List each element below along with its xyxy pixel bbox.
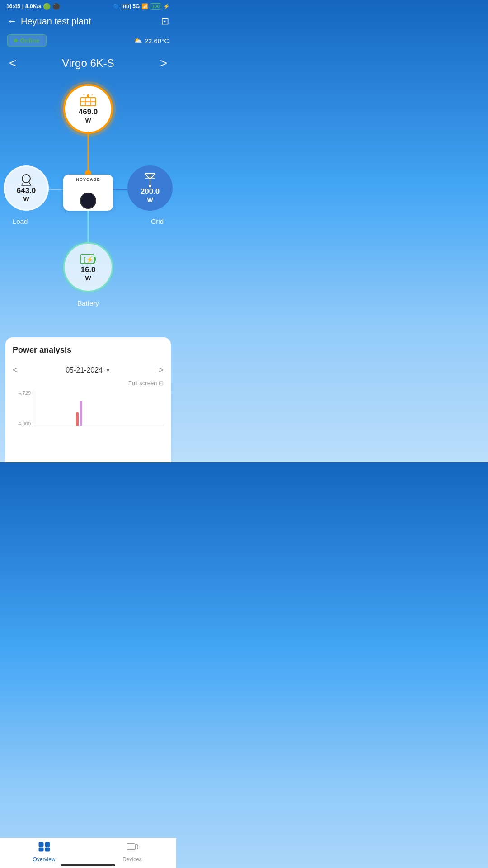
network-type: 5G [132, 3, 140, 9]
pv-unit: W [85, 117, 91, 124]
weather: ⛅ 22.60°C [134, 37, 169, 45]
y-label-mid: 4,000 [13, 421, 31, 426]
online-badge: Online [7, 34, 47, 47]
svg-line-7 [92, 94, 93, 95]
inverter-box[interactable]: NOVOAGE [63, 175, 113, 211]
chart-bars [33, 390, 164, 426]
network-speed: 8.0K/s [25, 3, 41, 9]
battery-unit: W [85, 274, 91, 282]
grid-node[interactable]: 200.0 W [127, 165, 173, 211]
battery-indicator: 100 [150, 3, 161, 10]
energy-diagram: PV 469.0 W 643.0 W Load [0, 80, 176, 333]
load-node[interactable]: 643.0 W [4, 165, 49, 211]
svg-point-8 [22, 175, 30, 183]
info-row: Online ⛅ 22.60°C [0, 33, 176, 54]
y-label-top: 4,729 [13, 390, 31, 396]
page-title: Heyuan test plant [21, 16, 91, 27]
chart-area: 4,729 4,000 [13, 390, 164, 426]
chart-bar-2 [80, 401, 82, 426]
chart-bar-1 [76, 412, 79, 426]
signal-icon: 📶 [141, 3, 148, 9]
load-icon [19, 174, 33, 186]
time: 16:45 [6, 3, 20, 9]
charging-icon: ⚡ [163, 3, 170, 9]
status-bar: 16:45 | 8.0K/s 🟢 ⚫ 🔵 HD 5G 📶 100 ⚡ [0, 0, 176, 12]
battery-charging-icon: [⚡] [80, 253, 96, 265]
speed: | [22, 3, 23, 9]
app-icon-2: ⚫ [52, 3, 60, 10]
grid-label: Grid [151, 217, 164, 225]
power-analysis-card: Power analysis < 05-21-2024 ▼ > Full scr… [5, 337, 171, 462]
online-label: Online [20, 37, 40, 44]
battery-node[interactable]: [⚡] 16.0 W [63, 242, 113, 292]
app-icon-1: 🟢 [43, 3, 51, 10]
svg-line-6 [84, 94, 84, 95]
date-nav: < 05-21-2024 ▼ > [13, 362, 164, 380]
header: ← Heyuan test plant ⊡ [0, 12, 176, 33]
date-value: 05-21-2024 [66, 366, 103, 374]
status-left: 16:45 | 8.0K/s 🟢 ⚫ [6, 3, 60, 10]
load-label: Load [13, 217, 28, 225]
prev-device-button[interactable]: < [9, 56, 16, 71]
device-selector: < Virgo 6K-S > [0, 54, 176, 80]
svg-text:[⚡]: [⚡] [84, 256, 95, 264]
prev-date-button[interactable]: < [13, 365, 18, 375]
battery-value: 16.0 [80, 265, 95, 274]
load-value: 643.0 [17, 186, 36, 195]
grid-unit: W [147, 196, 153, 203]
battery-line [88, 211, 89, 247]
grid-value: 200.0 [141, 187, 160, 196]
next-date-button[interactable]: > [158, 365, 164, 375]
chart-y-labels: 4,729 4,000 [13, 390, 31, 426]
online-dot [14, 39, 18, 42]
weather-icon: ⛅ [134, 37, 142, 45]
load-unit: W [23, 195, 29, 203]
date-selector[interactable]: 05-21-2024 ▼ [66, 366, 111, 374]
inverter-brand: NOVOAGE [76, 177, 100, 182]
header-left: ← Heyuan test plant [7, 15, 91, 27]
bluetooth-icon: 🔵 [113, 3, 120, 9]
fullscreen-button[interactable]: Full screen ⊡ [13, 380, 164, 390]
expand-icon[interactable]: ⊡ [161, 15, 169, 27]
temperature: 22.60°C [145, 37, 169, 45]
grid-icon [143, 173, 157, 187]
status-right: 🔵 HD 5G 📶 100 ⚡ [113, 3, 170, 10]
solar-panel-icon [80, 94, 96, 108]
device-name: Virgo 6K-S [62, 57, 114, 70]
battery-label: Battery [77, 299, 99, 307]
date-dropdown-icon: ▼ [105, 367, 111, 373]
power-analysis-title: Power analysis [13, 345, 164, 355]
back-button[interactable]: ← [7, 15, 17, 27]
hd-badge: HD [122, 4, 131, 9]
pv-value: 469.0 [79, 108, 98, 117]
inverter-dial [80, 193, 96, 209]
pv-node[interactable]: 469.0 W [63, 84, 113, 134]
next-device-button[interactable]: > [160, 56, 167, 71]
pv-line [88, 132, 89, 172]
